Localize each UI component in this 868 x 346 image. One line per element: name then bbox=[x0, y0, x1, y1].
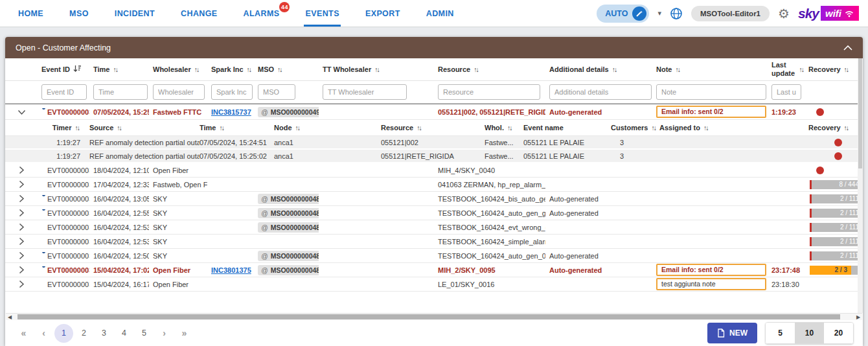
column-header-recovery[interactable]: Recovery↑↓ bbox=[805, 65, 863, 74]
sub-table-row[interactable]: 1:19:27REF anomaly detection partial out… bbox=[5, 136, 863, 150]
table-row[interactable]: EVT000000032617/04/2024, 12:33:46Fastweb… bbox=[5, 178, 863, 192]
expand-row-chevron-icon[interactable] bbox=[5, 209, 38, 217]
column-header-tt-wholesaler[interactable]: TT Wholesaler↑↓ bbox=[319, 65, 434, 74]
sort-arrows-icon[interactable]: ↑↓ bbox=[675, 65, 681, 73]
column-header-time[interactable]: Time↑↓ bbox=[89, 65, 149, 74]
table-row[interactable]: EVT000000031816/04/2024, 12:50:25SKY@MSO… bbox=[5, 249, 863, 263]
filter-spark-inc-input[interactable] bbox=[211, 84, 253, 100]
filter-wholesaler-input[interactable] bbox=[153, 84, 205, 100]
sub-column-header-resource[interactable]: Resource↑↓ bbox=[381, 124, 485, 132]
mso-chip[interactable]: @MSO0000000481 bbox=[258, 265, 319, 275]
table-row[interactable]: EVT000000032718/04/2024, 12:10:26Open Fi… bbox=[5, 163, 863, 178]
column-header-note[interactable]: Note↑↓ bbox=[652, 65, 768, 74]
nav-item-alarms[interactable]: ALARMS44 bbox=[244, 0, 280, 27]
panel-header[interactable]: Open - Customer Affecting bbox=[5, 37, 863, 58]
next-page-button[interactable]: › bbox=[155, 324, 174, 343]
nav-item-events[interactable]: EVENTS bbox=[305, 0, 339, 27]
sub-column-header-time[interactable]: Time↑↓ bbox=[200, 124, 274, 132]
globe-icon[interactable] bbox=[670, 7, 683, 20]
sub-column-header-assigned-to[interactable]: Assigned to↑↓ bbox=[659, 124, 731, 132]
mso-chip[interactable]: @MSO0000000488 bbox=[258, 194, 319, 204]
table-row[interactable]: EVT000000032216/04/2024, 12:55:28SKY@MSO… bbox=[5, 206, 863, 220]
nav-item-export[interactable]: EXPORT bbox=[365, 0, 400, 27]
sort-arrows-icon[interactable]: ↑↓ bbox=[113, 65, 119, 73]
mso-chip[interactable]: @MSO0000000491 bbox=[258, 107, 319, 117]
collapse-row-chevron-icon[interactable] bbox=[5, 108, 38, 116]
sub-table-row[interactable]: 1:19:27REF anomaly detection partial out… bbox=[5, 150, 863, 163]
mso-chip[interactable]: @MSO0000000486 bbox=[258, 222, 319, 233]
column-header-resource[interactable]: Resource↑↓ bbox=[434, 65, 545, 74]
settings-gear-icon[interactable]: ⚙ bbox=[778, 7, 790, 20]
filter-note-input[interactable] bbox=[656, 84, 766, 100]
expand-row-chevron-icon[interactable] bbox=[5, 194, 38, 203]
expand-row-chevron-icon[interactable] bbox=[5, 266, 38, 274]
expand-row-chevron-icon[interactable] bbox=[5, 280, 38, 288]
column-header-additional-details[interactable]: Additional details↑↓ bbox=[545, 65, 652, 74]
incident-link[interactable]: INC3815737 bbox=[211, 108, 251, 116]
nav-item-mso[interactable]: MSO bbox=[69, 0, 89, 27]
expand-row-chevron-icon[interactable] bbox=[5, 237, 38, 246]
sort-arrows-icon[interactable]: ↑↓ bbox=[799, 65, 805, 73]
note-box[interactable]: Email info: sent 0/2 bbox=[656, 106, 766, 118]
filter-time-input[interactable] bbox=[93, 84, 148, 100]
page-size-20[interactable]: 20 bbox=[824, 323, 853, 343]
expand-row-chevron-icon[interactable] bbox=[5, 180, 38, 189]
nav-item-incident[interactable]: INCIDENT bbox=[115, 0, 155, 27]
vertical-scrollbar[interactable] bbox=[858, 58, 863, 313]
expand-row-chevron-icon[interactable] bbox=[5, 223, 38, 231]
sort-arrows-icon[interactable]: ↑↓ bbox=[295, 124, 301, 132]
sort-arrows-icon[interactable]: ↑↓ bbox=[417, 124, 422, 132]
sub-column-header-timer[interactable]: Timer↑↓ bbox=[5, 124, 89, 132]
page-button-1[interactable]: 1 bbox=[54, 324, 73, 343]
sort-desc-icon[interactable] bbox=[73, 65, 82, 75]
note-box[interactable]: Email info: sent 0/2 bbox=[656, 264, 766, 276]
scroll-left-arrow-icon[interactable]: ◀ bbox=[6, 314, 14, 320]
nav-item-admin[interactable]: ADMIN bbox=[426, 0, 454, 27]
sort-arrows-icon[interactable]: ↑↓ bbox=[507, 124, 513, 132]
sort-arrows-icon[interactable]: ↑↓ bbox=[247, 65, 253, 73]
prev-page-button[interactable]: ‹ bbox=[34, 324, 53, 343]
sort-arrows-icon[interactable]: ↑↓ bbox=[844, 124, 850, 132]
user-chip[interactable]: MSOTool-Editor1 bbox=[691, 6, 770, 21]
sort-arrows-icon[interactable]: ↑↓ bbox=[612, 65, 618, 73]
column-header-spark-inc[interactable]: Spark Inc↑↓ bbox=[207, 65, 254, 74]
sub-column-header-recovery[interactable]: Recovery↑↓ bbox=[808, 124, 863, 132]
page-button-5[interactable]: 5 bbox=[135, 324, 154, 343]
filter-resource-input[interactable] bbox=[438, 84, 540, 100]
sub-column-header-whol[interactable]: Whol.↑↓ bbox=[485, 124, 523, 132]
filter-last-update-input[interactable] bbox=[771, 84, 801, 100]
filter-tt-wholesaler-input[interactable] bbox=[323, 84, 407, 100]
new-button[interactable]: NEW bbox=[707, 323, 757, 343]
table-row[interactable]: EVT000000032316/04/2024, 13:05:25SKY@MSO… bbox=[5, 192, 863, 206]
horizontal-scrollbar[interactable]: ◀ ▶ bbox=[6, 313, 862, 320]
last-page-button[interactable]: » bbox=[175, 324, 194, 343]
sort-arrows-icon[interactable]: ↑↓ bbox=[117, 124, 122, 132]
page-button-4[interactable]: 4 bbox=[115, 324, 133, 343]
sort-arrows-icon[interactable]: ↑↓ bbox=[474, 65, 479, 73]
table-row[interactable]: EVT000000031916/04/2024, 12:53:07SKYTEST… bbox=[5, 235, 863, 249]
column-header-mso[interactable]: MSO↑↓ bbox=[254, 65, 319, 74]
sort-arrows-icon[interactable]: ↑↓ bbox=[219, 124, 225, 132]
auto-dropdown-caret-icon[interactable]: ▾ bbox=[657, 9, 661, 17]
table-row[interactable]: EVT000000031515/04/2024, 16:17:55Open Fi… bbox=[5, 277, 863, 292]
column-header-last-update[interactable]: Last update↑↓ bbox=[768, 61, 805, 77]
page-button-2[interactable]: 2 bbox=[74, 324, 93, 343]
table-row[interactable]: EVT000000032807/05/2024, 15:25:02Fastweb… bbox=[5, 104, 863, 120]
sub-column-header-source[interactable]: Source↑↓ bbox=[89, 124, 200, 132]
sort-arrows-icon[interactable]: ↑↓ bbox=[703, 124, 709, 132]
sort-arrows-icon[interactable]: ↑↓ bbox=[277, 65, 283, 73]
sub-column-header-customers[interactable]: Customers↑↓ bbox=[611, 124, 659, 132]
sort-arrows-icon[interactable]: ↑↓ bbox=[844, 65, 850, 73]
page-size-5[interactable]: 5 bbox=[766, 323, 795, 343]
column-header-wholesaler[interactable]: Wholesaler↑↓ bbox=[149, 65, 207, 74]
sub-column-header-event-name[interactable]: Event name bbox=[523, 124, 611, 132]
note-box[interactable]: test aggiunta note bbox=[656, 278, 766, 290]
column-header-event-id[interactable]: Event ID bbox=[38, 65, 89, 75]
mso-chip[interactable]: @MSO0000000485 bbox=[258, 251, 319, 261]
table-row[interactable]: EVT000000032016/04/2024, 12:53:58SKY@MSO… bbox=[5, 220, 863, 235]
horizontal-scrollbar-thumb[interactable] bbox=[17, 314, 840, 319]
page-size-10[interactable]: 10 bbox=[795, 323, 824, 343]
sort-arrows-icon[interactable]: ↑↓ bbox=[374, 65, 380, 73]
sort-arrows-icon[interactable]: ↑↓ bbox=[194, 65, 200, 73]
page-button-3[interactable]: 3 bbox=[95, 324, 113, 343]
